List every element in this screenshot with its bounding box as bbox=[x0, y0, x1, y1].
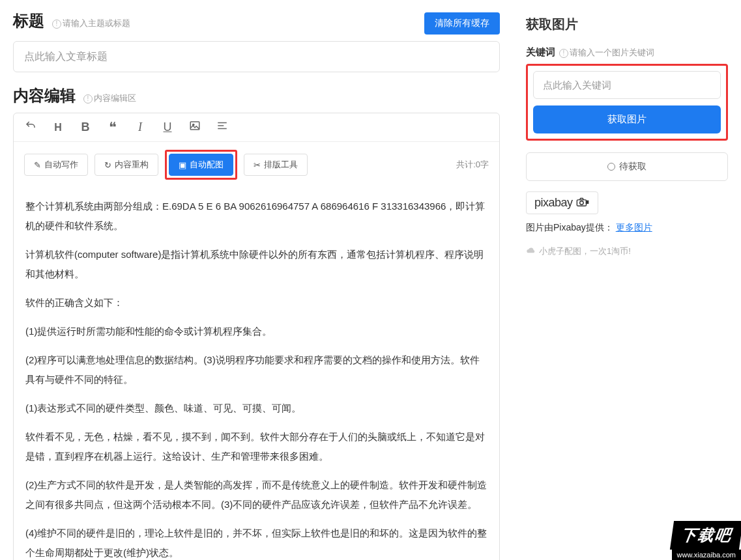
get-image-button[interactable]: 获取图片 bbox=[533, 105, 721, 133]
circle-icon bbox=[607, 163, 615, 171]
credit-row: 图片由Pixabay提供： 更多图片 bbox=[526, 222, 728, 234]
title-input[interactable] bbox=[13, 41, 500, 72]
content-paragraph: 软件看不见，无色，枯燥，看不见，摸不到，闻不到。软件大部分存在于人们的头脑或纸上… bbox=[25, 427, 487, 466]
align-left-icon[interactable] bbox=[216, 120, 229, 135]
heading-icon[interactable]: H bbox=[51, 122, 65, 133]
word-count: 共计:0字 bbox=[456, 159, 489, 171]
keyword-hint: !请输入一个图片关键词 bbox=[559, 47, 654, 59]
content-hint: !内容编辑区 bbox=[83, 93, 136, 103]
image-icon[interactable] bbox=[188, 120, 201, 135]
refresh-icon: ↻ bbox=[104, 160, 111, 170]
get-image-title: 获取图片 bbox=[526, 16, 728, 33]
pencil-icon: ✎ bbox=[34, 160, 41, 170]
watermark-logo: 下载吧 bbox=[669, 521, 741, 550]
highlight-keyword-box: 获取图片 bbox=[526, 64, 728, 141]
highlight-auto-image: ▣自动配图 bbox=[165, 150, 237, 180]
undo-icon[interactable] bbox=[24, 120, 37, 135]
content-paragraph: (1)表达形式不同的硬件类型、颜色、味道、可见、可摸、可闻。 bbox=[25, 399, 487, 418]
content-paragraph: 软件的正确含义如下： bbox=[25, 293, 487, 313]
tool-icon: ✂ bbox=[254, 160, 261, 170]
underline-icon[interactable]: U bbox=[161, 120, 174, 134]
content-paragraph: (1)提供运行时所需功能和性能的命令或计算机程序集合。 bbox=[25, 322, 487, 341]
content-paragraph: (2)生产方式不同的软件是开发，是人类智能的高发挥，而不是传统意义上的硬件制造。… bbox=[25, 475, 487, 514]
format-toolbar: H B ❝ I U bbox=[14, 113, 499, 142]
cloud-icon bbox=[526, 246, 536, 257]
action-toolbar: ✎自动写作 ↻内容重构 ▣自动配图 ✂排版工具 共计:0字 bbox=[14, 142, 499, 188]
auto-image-button[interactable]: ▣自动配图 bbox=[169, 154, 233, 176]
title-header: 标题 !请输入主题或标题 清除所有缓存 bbox=[13, 10, 500, 35]
content-paragraph: 计算机软件(computer software)是指计算机系统中除硬件以外的所有… bbox=[25, 245, 487, 284]
info-icon: ! bbox=[559, 49, 568, 58]
clear-cache-button[interactable]: 清除所有缓存 bbox=[424, 12, 500, 35]
camera-icon bbox=[575, 197, 590, 209]
content-area[interactable]: 整个计算机系统由两部分组成：E.69DA 5 E 6 BA 9062616964… bbox=[14, 188, 499, 560]
picture-icon: ▣ bbox=[179, 160, 186, 170]
svg-rect-7 bbox=[586, 201, 588, 203]
svg-point-6 bbox=[579, 201, 583, 205]
content-paragraph: (4)维护不同的硬件是旧的，理论上软件是旧的，并不坏，但实际上软件也是旧的和坏的… bbox=[25, 524, 487, 560]
watermark: 下载吧 www.xiazaiba.com bbox=[672, 521, 741, 560]
pending-status: 待获取 bbox=[526, 152, 728, 181]
info-icon: ! bbox=[52, 20, 61, 29]
main-panel: 标题 !请输入主题或标题 清除所有缓存 内容编辑 !内容编辑区 H B ❝ I … bbox=[0, 0, 513, 560]
bold-icon[interactable]: B bbox=[79, 120, 92, 134]
content-header: 内容编辑 !内容编辑区 bbox=[13, 85, 500, 106]
italic-icon[interactable]: I bbox=[134, 120, 147, 134]
keyword-label: 关键词 bbox=[526, 46, 555, 59]
content-paragraph: (2)程序可以满意地处理信息的数据结构。(3)说明程序功能要求和程序需要的文档的… bbox=[25, 350, 487, 389]
layout-tool-button[interactable]: ✂排版工具 bbox=[244, 154, 308, 176]
title-hint: !请输入主题或标题 bbox=[52, 18, 130, 28]
content-paragraph: 整个计算机系统由两部分组成：E.69DA 5 E 6 BA 9062616964… bbox=[25, 197, 487, 236]
keyword-label-row: 关键词 !请输入一个图片关键词 bbox=[526, 46, 728, 59]
restructure-button[interactable]: ↻内容重构 bbox=[94, 154, 158, 176]
content-label: 内容编辑 bbox=[13, 87, 76, 104]
sidebar: 获取图片 关键词 !请输入一个图片关键词 获取图片 待获取 pixabay 图片… bbox=[513, 0, 741, 560]
auto-write-button[interactable]: ✎自动写作 bbox=[24, 154, 88, 176]
watermark-url: www.xiazaiba.com bbox=[672, 550, 741, 560]
keyword-input[interactable] bbox=[533, 71, 721, 99]
quote-icon[interactable]: ❝ bbox=[106, 124, 119, 132]
more-images-link[interactable]: 更多图片 bbox=[616, 222, 652, 232]
tip-row: 小虎子配图，一次1淘币! bbox=[526, 245, 728, 257]
editor-box: H B ❝ I U ✎自动写作 ↻内容重构 ▣自动配图 ✂排版工具 共计:0字 … bbox=[13, 113, 500, 560]
info-icon: ! bbox=[83, 94, 93, 104]
pixabay-badge: pixabay bbox=[526, 191, 598, 214]
title-label: 标题 bbox=[13, 12, 44, 29]
